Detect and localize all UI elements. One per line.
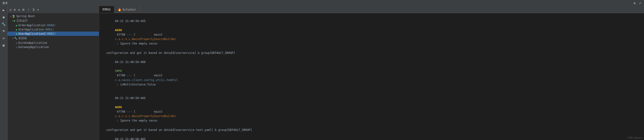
tree-item-spring-boot[interactable]: ▾ 🍃 Spring Boot xyxy=(8,14,99,18)
tab-actuator[interactable]: 🔥 Actuator xyxy=(114,6,140,13)
arrow-spring-boot: ▾ xyxy=(10,15,11,17)
order-run-icon: ▶ xyxy=(16,24,18,27)
user-run-icon: ▶ xyxy=(16,28,18,31)
main-content: ▶ ◼ 🔧 👁 ⇄ ▦ ↺ ≡ ⇌ ⊞ ⋮ ⊻ + ▾ 🍃 Spring Boo… xyxy=(0,6,644,140)
grid-icon[interactable]: ▦ xyxy=(1,43,6,48)
tab-console[interactable]: 控制台 xyxy=(99,6,114,13)
spring-boot-label: Spring Boot xyxy=(16,14,35,18)
filter-icon[interactable]: ⋮ xyxy=(26,7,30,12)
sync-icon[interactable]: ⇄ xyxy=(1,36,6,41)
log-line-4: 04-21 21:40:58:465 INFO 47798 --- [ main… xyxy=(102,133,642,140)
running-label: 正在运行 xyxy=(16,19,28,23)
arrow-stopped: ▾ xyxy=(12,37,14,40)
expand-icon[interactable]: ⤢ xyxy=(639,1,642,5)
tree-item-order-app[interactable]: ▶ OrderApplication :8080/ xyxy=(8,23,99,27)
gateway-label: GatewayApplication xyxy=(18,45,49,49)
title-text: 服务 xyxy=(2,1,8,5)
list-icon[interactable]: ≡ xyxy=(13,7,16,12)
title-bar-left: 服务 xyxy=(2,1,8,5)
log-line-1: 04-21 21:40:58:455 WARN 47798 --- [ main… xyxy=(102,14,642,51)
arrow-running: ▾ xyxy=(12,19,14,22)
tree-item-gateway[interactable]: ◎ GatewayApplication xyxy=(8,45,99,49)
log-line-2: 04-21 21:40:58:460 INFO 47798 --- [ main… xyxy=(102,56,642,91)
order-app-label: OrderApplication xyxy=(18,24,46,27)
tree-item-user-app2[interactable]: ▶ UserApplication2 :8082/ xyxy=(8,32,99,36)
running-icon: ▶ xyxy=(14,19,16,22)
eye-icon[interactable]: 👁 xyxy=(1,29,6,34)
log-line-1-cont: configuration and get it based on dataId… xyxy=(102,51,642,55)
sidebar: ↺ ≡ ⇌ ⊞ ⋮ ⊻ + ▾ 🍃 Spring Boot ▾ ▶ 正在运行 xyxy=(8,6,99,140)
actuator-icon: 🔥 xyxy=(118,8,122,11)
tabs-bar: 控制台 🔥 Actuator xyxy=(99,6,644,13)
user-app-label: UserApplication xyxy=(18,28,44,31)
title-bar: 服务 ⚙ ⤢ xyxy=(0,0,644,6)
eureka-label: EurekaApplication xyxy=(18,41,47,45)
right-panel: 控制台 🔥 Actuator 04-21 21:40:58:455 WARN 4… xyxy=(99,6,644,140)
user2-run-icon: ▶ xyxy=(16,33,18,35)
user-app2-port[interactable]: :8082/ xyxy=(46,32,56,35)
tree-item-stopped[interactable]: ▾ 🔧 未启动 xyxy=(8,36,99,41)
tree-item-user-app[interactable]: ▶ UserApplication :8081/ xyxy=(8,27,99,32)
sidebar-content: ▾ 🍃 Spring Boot ▾ ▶ 正在运行 ▶ OrderApplicat… xyxy=(8,13,99,140)
log-line-3: 04-21 21:40:58:465 WARN 47798 --- [ main… xyxy=(102,91,642,128)
log-content[interactable]: 04-21 21:40:58:455 WARN 47798 --- [ main… xyxy=(99,13,644,140)
refresh-icon[interactable]: ↺ xyxy=(9,7,12,12)
spring-boot-icon: 🍃 xyxy=(12,14,15,18)
order-app-port[interactable]: :8080/ xyxy=(46,24,56,27)
group-icon[interactable]: ⊞ xyxy=(22,7,25,12)
user-app2-label: UserApplication2 xyxy=(18,32,46,35)
left-icons-strip: ▶ ◼ 🔧 👁 ⇄ ▦ xyxy=(0,6,8,140)
stop-icon[interactable]: ◼ xyxy=(1,14,6,20)
stopped-icon: 🔧 xyxy=(14,37,18,40)
stopped-label: 未启动 xyxy=(18,36,27,40)
title-bar-right: ⚙ ⤢ xyxy=(634,1,642,5)
collapse-icon[interactable]: ⊻ xyxy=(32,7,35,12)
wrench-icon[interactable]: 🔧 xyxy=(1,21,6,27)
diff-icon[interactable]: ⇌ xyxy=(18,7,20,12)
tab-actuator-label: Actuator xyxy=(122,8,136,11)
gateway-icon: ◎ xyxy=(16,46,18,49)
log-line-3-cont: configuration and get it based on dataId… xyxy=(102,128,642,132)
watermark: CSDN @Space xyxy=(627,137,642,139)
tab-console-label: 控制台 xyxy=(102,7,111,11)
run-icon[interactable]: ▶ xyxy=(1,7,6,13)
tree-item-running[interactable]: ▾ ▶ 正在运行 xyxy=(8,18,99,23)
tree-item-eureka[interactable]: ◎ EurekaApplication xyxy=(8,41,99,45)
sidebar-toolbar: ↺ ≡ ⇌ ⊞ ⋮ ⊻ + xyxy=(8,6,99,13)
eureka-icon: ◎ xyxy=(16,42,18,44)
settings-icon[interactable]: ⚙ xyxy=(634,1,636,5)
add-icon[interactable]: + xyxy=(37,7,40,12)
user-app-port[interactable]: :8081/ xyxy=(44,28,54,31)
